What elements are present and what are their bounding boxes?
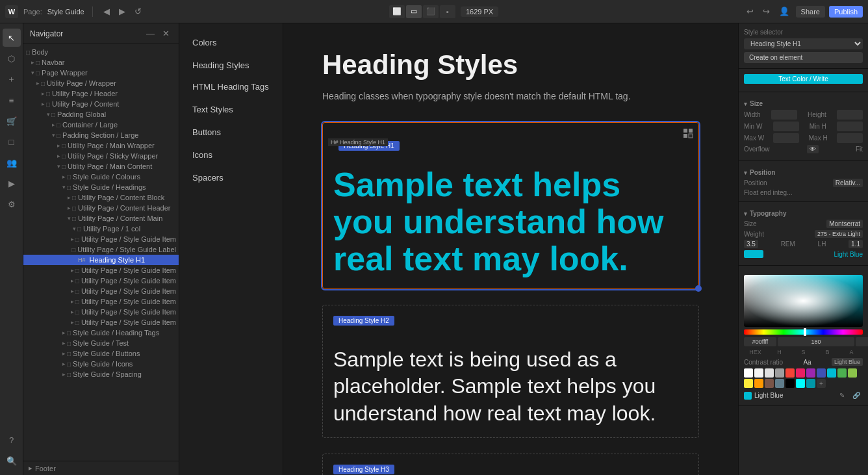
swatch-pink[interactable] <box>796 368 805 378</box>
color-link-icon[interactable]: 🔗 <box>850 391 863 400</box>
swatch-teal[interactable] <box>806 379 815 388</box>
tool-assets[interactable]: ▶ <box>3 174 21 192</box>
swatch-e0[interactable] <box>765 368 774 378</box>
tool-settings[interactable]: ⚙ <box>3 195 21 213</box>
swatch-cyan[interactable] <box>827 368 836 378</box>
tree-item-guide-item-3[interactable]: ▸ □ Utility Page / Style Guide Item <box>23 276 179 286</box>
nav-heading-styles[interactable]: Heading Styles <box>179 54 283 77</box>
viewport-icon-3[interactable]: ⬛ <box>423 5 439 18</box>
tree-item-padding-global[interactable]: ▾ □ Padding Global <box>23 109 179 120</box>
viewport-icon-1[interactable]: ⬜ <box>389 5 405 18</box>
publish-button[interactable]: Publish <box>829 6 863 18</box>
tree-item-navbar[interactable]: ▸ □ Navbar <box>23 57 179 68</box>
tool-add[interactable]: ＋ <box>3 70 21 88</box>
tree-item-utility-wrapper[interactable]: ▸ □ Utility Page / Wrapper <box>23 78 179 88</box>
minh-input[interactable] <box>837 122 863 131</box>
tree-item-buttons[interactable]: ▸ □ Style Guide / Buttons <box>23 348 179 359</box>
undo-icon[interactable]: ↩ <box>744 5 756 18</box>
tree-item-icons[interactable]: ▸ □ Style Guide / Icons <box>23 359 179 369</box>
tree-item-main-content[interactable]: ▾ □ Utility Page / Main Content <box>23 161 179 172</box>
swatch-brown[interactable] <box>765 379 774 388</box>
tree-item-content-main[interactable]: ▾ □ Utility Page / Content Main <box>23 213 179 224</box>
color-edit-icon[interactable]: ✎ <box>837 391 847 400</box>
tool-cms[interactable]: ≡ <box>3 91 21 109</box>
tree-item-padding-section[interactable]: ▾ □ Padding Section / Large <box>23 130 179 140</box>
tree-item-utility-header[interactable]: ▸ □ Utility Page / Header <box>23 88 179 99</box>
style-selector-dropdown[interactable]: Heading Style H1 <box>744 38 863 49</box>
tool-search[interactable]: 🔍 <box>3 452 21 470</box>
nav-colors[interactable]: Colors <box>179 31 283 54</box>
tree-item-guide-item-6[interactable]: ▸ □ Utility Page / Style Guide Item <box>23 307 179 317</box>
tree-item-test[interactable]: ▸ □ Style Guide / Test <box>23 338 179 348</box>
minw-input[interactable] <box>773 122 799 131</box>
swatch-f5[interactable] <box>754 368 763 378</box>
tool-cursor[interactable]: ↖ <box>3 29 21 47</box>
viewport-icon-2[interactable]: ▭ <box>406 5 422 18</box>
nav-icons[interactable]: Icons <box>179 144 283 166</box>
tree-item-colours[interactable]: ▸ □ Style Guide / Colours <box>23 172 179 182</box>
tree-item-spacing[interactable]: ▸ □ Style Guide / Spacing <box>23 369 179 379</box>
tree-item-guide-item-5[interactable]: ▸ □ Utility Page / Style Guide Item <box>23 296 179 307</box>
swatch-black[interactable] <box>785 379 795 388</box>
heading3-card[interactable]: Heading Style H3 Sample text helps you u… <box>322 454 699 475</box>
add-swatch-button[interactable]: + <box>817 379 826 388</box>
tree-item-container-large[interactable]: ▸ □ Container / Large <box>23 120 179 130</box>
tree-item-content-block[interactable]: ▸ □ Utility Page / Content Block <box>23 192 179 203</box>
heading2-card[interactable]: Heading Style H2 Sample text is being us… <box>322 305 699 439</box>
swatch-white[interactable] <box>744 368 753 378</box>
nav-text-styles[interactable]: Text Styles <box>179 98 283 121</box>
tree-item-pagewrapper[interactable]: ▾ □ Page Wrapper <box>23 68 179 78</box>
swatch-orange[interactable] <box>754 379 763 388</box>
tab-text-color-write[interactable]: Text Color / Write <box>744 74 863 84</box>
swatch-green[interactable] <box>837 368 847 378</box>
tree-item-body[interactable]: □ Body <box>23 47 179 57</box>
swatch-lime[interactable] <box>848 368 857 378</box>
tree-item-guide-item-2[interactable]: ▸ □ Utility Page / Style Guide Item <box>23 265 179 276</box>
tree-item-main-wrapper[interactable]: ▸ □ Utility Page / Main Wrapper <box>23 140 179 151</box>
nav-spacers[interactable]: Spacers <box>179 166 283 189</box>
tree-item-utility-content[interactable]: ▸ □ Utility Page / Content <box>23 99 179 109</box>
avatar-icon[interactable]: 👤 <box>776 5 792 18</box>
color-preview-swatch[interactable] <box>744 250 763 258</box>
maxw-input[interactable] <box>773 133 799 143</box>
h-input[interactable] <box>778 337 854 346</box>
tool-help[interactable]: ? <box>3 431 21 449</box>
back-icon[interactable]: ◀ <box>101 5 112 18</box>
hue-slider[interactable] <box>744 329 863 335</box>
tool-pages[interactable]: □ <box>3 133 21 151</box>
nav-buttons[interactable]: Buttons <box>179 121 283 144</box>
hex-input[interactable] <box>744 337 776 346</box>
tool-components[interactable]: ⬡ <box>3 49 21 68</box>
s-input[interactable] <box>856 337 868 346</box>
tree-item-1col[interactable]: ▾ □ Utility Page / 1 col <box>23 224 179 234</box>
resize-handle[interactable] <box>695 285 702 292</box>
tree-item-guide-item-1[interactable]: ▸ □ Utility Page / Style Guide Item <box>23 234 179 244</box>
swatch-yellow[interactable] <box>744 379 753 388</box>
nav-close[interactable]: ✕ <box>160 27 172 40</box>
heading1-card[interactable]: Heading Style H1 H# Heading Style H1 Sam… <box>322 122 699 289</box>
tree-item-sticky-wrapper[interactable]: ▸ □ Utility Page / Sticky Wrapper <box>23 151 179 161</box>
tree-item-headings[interactable]: ▾ □ Style Guide / Headings <box>23 182 179 192</box>
tree-item-heading-tags[interactable]: ▸ □ Style Guide / Heading Tags <box>23 327 179 338</box>
color-picker-gradient[interactable] <box>744 275 863 327</box>
tool-ecommerce[interactable]: 🛒 <box>3 112 21 130</box>
height-input[interactable] <box>837 110 863 120</box>
swatch-9e[interactable] <box>775 368 784 378</box>
maxh-input[interactable] <box>837 133 863 143</box>
tree-item-guide-label[interactable]: □ Utility Page / Style Guide Label <box>23 244 179 255</box>
swatch-indigo[interactable] <box>817 368 826 378</box>
tree-item-guide-item-4[interactable]: ▸ □ Utility Page / Style Guide Item <box>23 286 179 296</box>
refresh-icon[interactable]: ↺ <box>132 5 144 18</box>
tree-item-guide-item-7[interactable]: ▸ □ Utility Page / Style Guide Item <box>23 317 179 327</box>
swatch-red[interactable] <box>785 368 795 378</box>
width-input[interactable] <box>771 110 797 120</box>
share-button[interactable]: Share <box>796 6 825 18</box>
tree-item-heading-h1[interactable]: H# Heading Style H1 <box>23 255 179 265</box>
viewport-icon-4[interactable]: ▪ <box>440 5 455 18</box>
nav-minimize[interactable]: — <box>144 27 157 40</box>
tool-users[interactable]: 👥 <box>3 153 21 172</box>
redo-icon[interactable]: ↪ <box>760 5 772 18</box>
swatch-aqua[interactable] <box>796 379 805 388</box>
nav-html-heading-tags[interactable]: HTML Heading Tags <box>179 77 283 98</box>
swatch-blue-grey[interactable] <box>775 379 784 388</box>
